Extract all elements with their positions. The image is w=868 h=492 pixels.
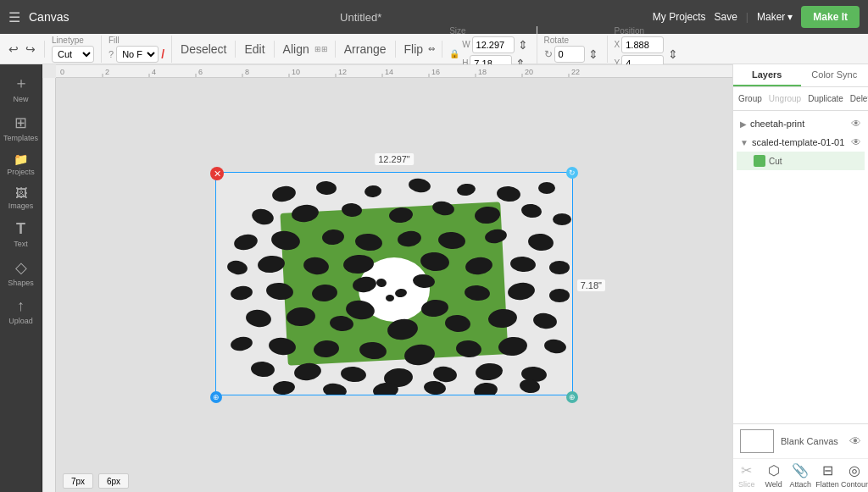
align-group: Align ⊞⊞ xyxy=(281,41,336,58)
flatten-tool[interactable]: ⊟ Flatten xyxy=(814,462,841,489)
sidebar-item-templates[interactable]: ⊞ Templates xyxy=(0,108,42,147)
svg-point-34 xyxy=(538,182,555,194)
layer-eye-icon[interactable]: 👁 xyxy=(851,118,861,130)
svg-point-42 xyxy=(553,213,571,225)
flip-button[interactable]: Flip xyxy=(403,41,426,58)
projects-icon: 📁 xyxy=(14,152,28,166)
menu-icon[interactable]: ☰ xyxy=(8,9,20,25)
layer-scaled-template[interactable]: ▼ scaled-template-01-01 👁 xyxy=(737,133,865,152)
cheetah-print-svg xyxy=(216,173,572,395)
deselect-group: Deselect xyxy=(179,41,236,58)
save-button[interactable]: Save xyxy=(714,11,737,23)
width-input[interactable]: 12.297 xyxy=(472,36,515,53)
contour-tool[interactable]: ◎ Contour xyxy=(841,462,868,489)
canvas-scroll[interactable]: 12.297" 7.18" ✕ ↻ ⊕ ⊕ xyxy=(56,78,732,492)
top-bar: ☰ Canvas Untitled* My Projects Save | Ma… xyxy=(0,0,868,34)
maker-dropdown[interactable]: Maker ▾ xyxy=(757,11,793,23)
move-handle[interactable]: ⊕ xyxy=(210,391,222,403)
flip-group: Flip ⇔ xyxy=(403,41,443,58)
layer-expand-arrow-icon: ▼ xyxy=(740,138,748,147)
layer-eye-2-icon[interactable]: 👁 xyxy=(851,136,861,148)
canvas-h-input[interactable] xyxy=(98,473,129,489)
scale-handle[interactable]: ⊕ xyxy=(566,391,578,403)
layer-cheetah-print[interactable]: ▶ cheetah-print 👁 xyxy=(737,114,865,133)
canvas-container: 0 2 4 6 8 10 12 14 16 xyxy=(42,64,732,492)
ruler-v xyxy=(42,78,56,492)
slice-tool[interactable]: ✂ Slice xyxy=(733,462,760,489)
svg-text:10: 10 xyxy=(292,68,300,76)
bottom-canvas-section: Blank Canvas 👁 ✂ Slice ⬡ Weld 📎 Attach xyxy=(733,423,868,492)
rotate-group: Rotate ↻ ⇕ xyxy=(544,36,608,63)
edit-button[interactable]: Edit xyxy=(242,41,266,58)
selection-border xyxy=(215,172,573,395)
delete-button[interactable]: Delete xyxy=(849,91,868,107)
svg-text:22: 22 xyxy=(571,68,580,76)
layer-cut[interactable]: Cut xyxy=(737,152,865,170)
blank-canvas-preview xyxy=(740,429,774,453)
close-handle[interactable]: ✕ xyxy=(210,167,224,180)
ungroup-button[interactable]: Ungroup xyxy=(767,91,803,107)
templates-icon: ⊞ xyxy=(14,113,27,132)
group-button[interactable]: Group xyxy=(737,91,764,107)
rotate-handle[interactable]: ↻ xyxy=(566,167,578,179)
x-input[interactable] xyxy=(621,36,664,53)
attach-tool[interactable]: 📎 Attach xyxy=(787,462,815,489)
contour-icon: ◎ xyxy=(849,462,860,478)
bottom-tools: ✂ Slice ⬡ Weld 📎 Attach ⊟ Flatten ◎ C xyxy=(733,459,868,492)
sidebar-item-new[interactable]: ＋ New xyxy=(0,68,42,108)
tab-layers[interactable]: Layers xyxy=(733,64,801,86)
redo-button[interactable]: ↪ xyxy=(24,41,37,58)
lock-icon: 🔒 xyxy=(449,49,459,58)
attach-icon: 📎 xyxy=(792,462,809,478)
fill-select[interactable]: No Fill xyxy=(116,46,159,63)
rotate-input[interactable] xyxy=(554,46,585,63)
app-title: Canvas xyxy=(29,10,69,24)
svg-text:0: 0 xyxy=(60,68,64,76)
slice-icon: ✂ xyxy=(741,462,752,478)
sidebar-item-shapes[interactable]: ◇ Shapes xyxy=(0,253,42,292)
layer-list: ▶ cheetah-print 👁 ▼ scaled-template-01-0… xyxy=(733,111,868,423)
my-projects-button[interactable]: My Projects xyxy=(653,11,706,23)
panel-toolbar: Group Ungroup Duplicate Delete xyxy=(733,87,868,111)
svg-point-71 xyxy=(549,289,570,302)
canvas-workspace: 12.297" 7.18" ✕ ↻ ⊕ ⊕ xyxy=(190,146,598,423)
make-it-button[interactable]: Make It xyxy=(801,6,860,28)
linetype-label: Linetype xyxy=(52,36,84,45)
canvas-dimensions xyxy=(63,473,129,489)
flatten-icon: ⊟ xyxy=(822,462,833,478)
svg-text:12: 12 xyxy=(338,68,347,76)
linetype-select[interactable]: Cut xyxy=(52,46,94,63)
weld-icon: ⬡ xyxy=(768,462,780,478)
rotate-stepper[interactable]: ⇕ xyxy=(587,46,600,63)
undo-redo-group: ↩ ↪ xyxy=(7,41,45,58)
blank-canvas-row: Blank Canvas 👁 xyxy=(733,424,868,459)
weld-tool[interactable]: ⬡ Weld xyxy=(760,462,787,489)
position-stepper[interactable]: ⇕ xyxy=(666,46,680,63)
width-dimension-label: 12.297" xyxy=(375,153,414,165)
width-stepper[interactable]: ⇕ xyxy=(516,36,530,53)
ruler-v-svg xyxy=(42,78,56,492)
svg-text:14: 14 xyxy=(385,68,393,76)
left-sidebar: ＋ New ⊞ Templates 📁 Projects 🖼 Images T … xyxy=(0,64,42,492)
sidebar-item-text[interactable]: T Text xyxy=(0,215,42,253)
fill-group: Fill ? No Fill / xyxy=(108,36,172,63)
arrange-button[interactable]: Arrange xyxy=(342,41,388,58)
linetype-group: Linetype Cut xyxy=(52,36,102,63)
sidebar-item-projects[interactable]: 📁 Projects xyxy=(0,147,42,181)
tab-color-sync[interactable]: Color Sync xyxy=(801,64,869,86)
svg-point-63 xyxy=(386,295,394,301)
deselect-button[interactable]: Deselect xyxy=(179,41,228,58)
right-panel: Layers Color Sync Group Ungroup Duplicat… xyxy=(732,64,868,492)
canvas-eye-icon[interactable]: 👁 xyxy=(849,434,861,448)
undo-button[interactable]: ↩ xyxy=(7,41,20,58)
images-icon: 🖼 xyxy=(15,186,27,200)
svg-text:18: 18 xyxy=(478,68,487,76)
sidebar-item-images[interactable]: 🖼 Images xyxy=(0,181,42,215)
svg-text:16: 16 xyxy=(431,68,440,76)
sidebar-item-upload[interactable]: ↑ Upload xyxy=(0,292,42,330)
top-bar-right: My Projects Save | Maker ▾ Make It xyxy=(653,6,860,28)
canvas-w-input[interactable] xyxy=(63,473,93,489)
duplicate-button[interactable]: Duplicate xyxy=(806,91,845,107)
align-button[interactable]: Align xyxy=(281,41,311,58)
rotate-icon: ↻ xyxy=(544,48,553,60)
